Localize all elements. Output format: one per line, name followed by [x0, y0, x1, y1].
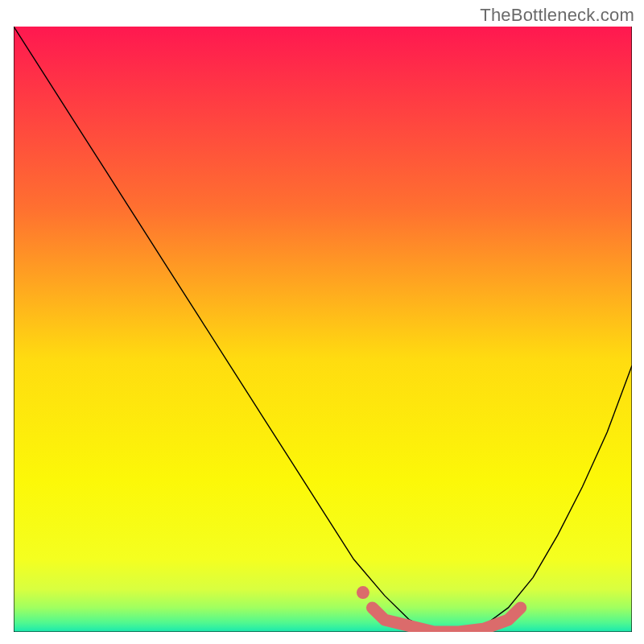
chart-area	[14, 27, 632, 632]
bottleneck-chart-svg	[14, 27, 632, 632]
optimal-dot	[357, 586, 369, 599]
watermark-label: TheBottleneck.com	[480, 5, 634, 26]
heatmap-background	[14, 27, 632, 632]
